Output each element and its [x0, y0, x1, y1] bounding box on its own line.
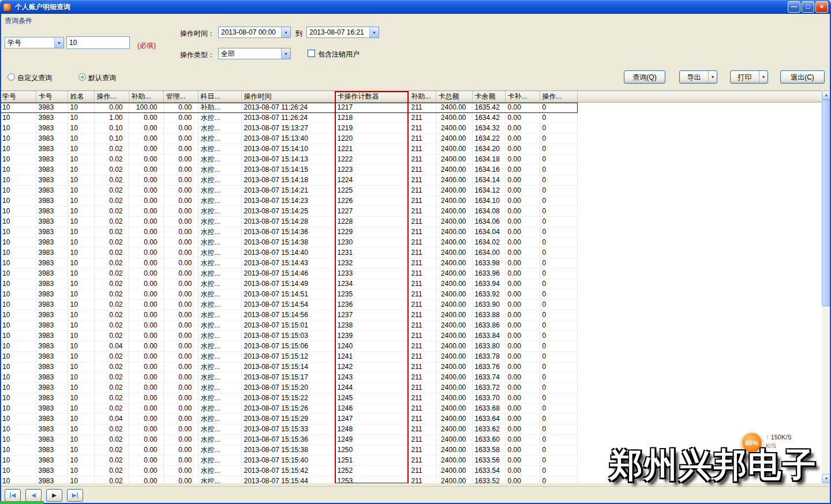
table-row[interactable]: 103983100.020.000.00水控...2013-08-07 15:1…	[0, 279, 822, 289]
table-row[interactable]: 103983100.020.000.00水控...2013-08-07 15:1…	[0, 393, 822, 403]
table-row[interactable]: 103983100.020.000.00水控...2013-08-07 15:1…	[0, 206, 822, 216]
table-cell: 1220	[335, 133, 409, 144]
speed-monitor-badge[interactable]: 65% ↑ 150K/S K/S	[741, 432, 792, 454]
column-header[interactable]: 操作...	[94, 91, 129, 102]
column-header[interactable]: 学号	[0, 91, 36, 102]
table-cell: 0.00	[129, 206, 163, 216]
table-cell: 1225	[335, 185, 409, 195]
minimize-button[interactable]: —	[788, 1, 800, 13]
table-row[interactable]: 103983100.00100.000.00补助...2013-08-07 11…	[0, 102, 822, 112]
time-to-select[interactable]: 2013-08-07 16:21 ▼	[306, 27, 379, 38]
table-cell: 0.00	[505, 320, 540, 330]
table-row[interactable]: 103983100.020.000.00水控...2013-08-07 15:1…	[0, 185, 822, 195]
table-row[interactable]: 103983100.020.000.00水控...2013-08-07 15:1…	[0, 320, 822, 330]
column-header[interactable]: 卡号	[36, 91, 68, 102]
chevron-down-icon[interactable]: ▼	[54, 37, 63, 48]
print-dropdown-icon[interactable]: ▼	[759, 71, 768, 83]
exit-button[interactable]: 退出(C)	[780, 70, 825, 84]
query-button[interactable]: 查询(Q)	[624, 70, 665, 84]
column-header[interactable]: 补助...	[129, 91, 163, 102]
column-header[interactable]: 姓名	[68, 91, 94, 102]
print-button[interactable]: 打印 ▼	[730, 70, 768, 84]
table-row[interactable]: 103983100.020.000.00水控...2013-08-07 15:1…	[0, 247, 822, 258]
column-header[interactable]: 科目...	[198, 91, 241, 102]
table-cell: 0.00	[505, 403, 540, 413]
table-row[interactable]: 103983100.020.000.00水控...2013-08-07 15:1…	[0, 164, 822, 175]
table-row[interactable]: 103983100.020.000.00水控...2013-08-07 15:1…	[0, 351, 822, 362]
table-row[interactable]: 103983100.020.000.00水控...2013-08-07 15:1…	[0, 154, 822, 164]
first-page-button[interactable]: |◀	[5, 489, 21, 502]
taskbar-fragment	[0, 501, 44, 504]
field-type-select[interactable]: 学号 ▼	[5, 37, 64, 48]
table-cell: 0	[540, 362, 577, 372]
column-header[interactable]: 卡总额	[436, 91, 472, 102]
time-from-select[interactable]: 2013-08-07 00:00 ▼	[218, 27, 291, 38]
table-cell-filler	[577, 237, 822, 247]
include-cancelled-label[interactable]: 包含注销用户	[318, 50, 360, 59]
table-row[interactable]: 103983100.020.000.00水控...2013-08-07 15:1…	[0, 362, 822, 372]
prev-page-button[interactable]: ◀	[25, 489, 42, 502]
table-cell: 211	[409, 268, 436, 279]
export-dropdown-icon[interactable]: ▼	[708, 71, 717, 83]
title-bar[interactable]: 个人账户明细查询 — □ ×	[0, 0, 831, 14]
table-row[interactable]: 103983100.020.000.00水控...2013-08-07 15:1…	[0, 237, 822, 247]
table-row[interactable]: 103983100.100.000.00水控...2013-08-07 15:1…	[0, 123, 822, 133]
column-header[interactable]: 补助...	[409, 91, 436, 102]
table-row[interactable]: 103983100.020.000.00水控...2013-08-07 15:1…	[0, 372, 822, 382]
table-row[interactable]: 103983100.020.000.00水控...2013-08-07 15:1…	[0, 455, 822, 465]
close-button[interactable]: ×	[815, 1, 828, 13]
table-row[interactable]: 103983100.020.000.00水控...2013-08-07 15:1…	[0, 299, 822, 310]
table-cell: 1246	[335, 403, 409, 413]
table-cell: 0	[540, 299, 577, 310]
radio-custom-label[interactable]: 自定义查询	[17, 73, 52, 83]
table-row[interactable]: 103983100.020.000.00水控...2013-08-07 15:1…	[0, 258, 822, 268]
type-value: 全部	[219, 48, 281, 59]
chevron-down-icon[interactable]: ▼	[369, 27, 379, 37]
last-page-button[interactable]: ▶|	[67, 489, 83, 502]
table-row[interactable]: 103983100.020.000.00水控...2013-08-07 15:1…	[0, 227, 822, 237]
column-header[interactable]: 管理...	[163, 91, 198, 102]
maximize-button[interactable]: □	[802, 1, 814, 13]
column-header[interactable]: 卡补...	[505, 91, 540, 102]
table-row[interactable]: 103983100.020.000.00水控...2013-08-07 15:1…	[0, 144, 822, 154]
table-row[interactable]: 103983100.020.000.00水控...2013-08-07 15:1…	[0, 465, 822, 476]
radio-custom-query[interactable]	[8, 73, 15, 81]
table-row[interactable]: 103983100.040.000.00水控...2013-08-07 15:1…	[0, 341, 822, 351]
table-row[interactable]: 103983100.020.000.00水控...2013-08-07 15:1…	[0, 289, 822, 299]
chevron-down-icon[interactable]: ▼	[281, 27, 290, 37]
column-header[interactable]: 操作...	[540, 91, 577, 102]
table-row[interactable]: 103983101.000.000.00水控...2013-08-07 11:2…	[0, 112, 822, 123]
table-row[interactable]: 103983100.020.000.00水控...2013-08-07 15:1…	[0, 445, 822, 455]
table-cell: 0.00	[94, 102, 129, 112]
table-row[interactable]: 103983100.040.000.00水控...2013-08-07 15:1…	[0, 413, 822, 424]
column-header[interactable]: 操作时间	[241, 91, 335, 102]
radio-default-label[interactable]: 默认查询	[88, 73, 116, 83]
table-row[interactable]: 103983100.020.000.00水控...2013-08-07 15:1…	[0, 434, 822, 445]
column-header[interactable]: 卡余额	[472, 91, 505, 102]
chevron-down-icon[interactable]: ▼	[281, 48, 290, 59]
table-row[interactable]: 103983100.020.000.00水控...2013-08-07 15:1…	[0, 330, 822, 341]
keyword-input[interactable]	[66, 36, 130, 49]
table-cell: 水控...	[198, 185, 241, 195]
table-cell-filler	[577, 247, 822, 258]
table-row[interactable]: 103983100.020.000.00水控...2013-08-07 15:1…	[0, 476, 822, 483]
table-cell: 0.00	[129, 195, 163, 206]
table-row[interactable]: 103983100.020.000.00水控...2013-08-07 15:1…	[0, 216, 822, 227]
table-row[interactable]: 103983100.020.000.00水控...2013-08-07 15:1…	[0, 195, 822, 206]
table-cell: 1217	[335, 102, 409, 112]
type-select[interactable]: 全部 ▼	[218, 48, 291, 59]
table-row[interactable]: 103983100.020.000.00水控...2013-08-07 15:1…	[0, 175, 822, 185]
table-row[interactable]: 103983100.020.000.00水控...2013-08-07 15:1…	[0, 382, 822, 393]
table-row[interactable]: 103983100.020.000.00水控...2013-08-07 15:1…	[0, 310, 822, 320]
export-button[interactable]: 导出 ▼	[679, 70, 717, 84]
next-page-button[interactable]: ▶	[46, 489, 62, 502]
column-header[interactable]: 卡操作计数器	[335, 91, 409, 102]
table-cell: 3983	[36, 144, 68, 154]
table-cell: 211	[409, 320, 436, 330]
table-row[interactable]: 103983100.020.000.00水控...2013-08-07 15:1…	[0, 268, 822, 279]
table-row[interactable]: 103983100.100.000.00水控...2013-08-07 15:1…	[0, 133, 822, 144]
radio-default-query[interactable]	[78, 73, 86, 81]
include-cancelled-checkbox[interactable]	[308, 50, 315, 57]
table-row[interactable]: 103983100.020.000.00水控...2013-08-07 15:1…	[0, 424, 822, 434]
table-row[interactable]: 103983100.020.000.00水控...2013-08-07 15:1…	[0, 403, 822, 413]
